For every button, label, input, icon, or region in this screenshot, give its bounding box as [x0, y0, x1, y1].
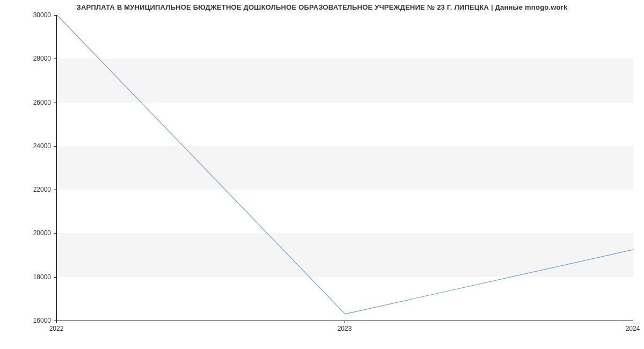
- y-tick-mark: [54, 233, 56, 234]
- y-tick-label: 22000: [0, 186, 51, 193]
- x-tick-mark: [633, 321, 633, 323]
- x-tick-label: 2023: [338, 325, 352, 332]
- y-tick-mark: [54, 59, 56, 59]
- x-tick-mark: [345, 321, 345, 323]
- series-line-salary: [57, 15, 633, 314]
- y-tick-mark: [54, 277, 56, 278]
- plot-area: [56, 15, 633, 321]
- chart-title: ЗАРПЛАТА В МУНИЦИПАЛЬНОЕ БЮДЖЕТНОЕ ДОШКО…: [0, 3, 644, 11]
- y-tick-label: 26000: [0, 99, 51, 106]
- y-tick-mark: [54, 15, 56, 16]
- x-tick-label: 2022: [49, 325, 64, 332]
- line-layer: [57, 15, 633, 321]
- y-tick-label: 18000: [0, 273, 51, 281]
- y-tick-mark: [54, 190, 56, 190]
- x-tick-mark: [56, 321, 57, 323]
- salary-line-chart: ЗАРПЛАТА В МУНИЦИПАЛЬНОЕ БЮДЖЕТНОЕ ДОШКО…: [0, 0, 644, 349]
- y-tick-label: 28000: [0, 55, 51, 62]
- y-tick-label: 24000: [0, 142, 51, 150]
- y-tick-label: 30000: [0, 11, 51, 19]
- y-tick-mark: [54, 146, 56, 147]
- x-tick-label: 2024: [626, 325, 640, 332]
- y-tick-mark: [54, 103, 56, 103]
- y-tick-label: 16000: [0, 317, 51, 324]
- y-tick-label: 20000: [0, 229, 51, 237]
